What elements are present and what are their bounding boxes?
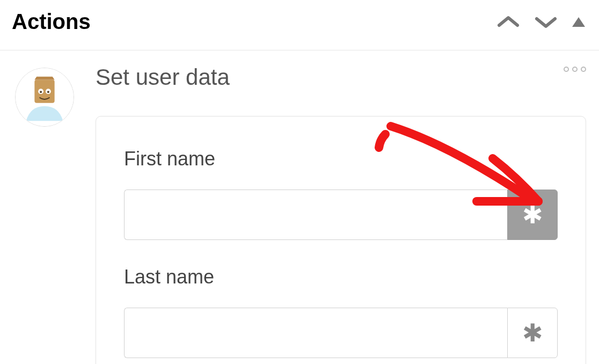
action-title: Set user data bbox=[96, 64, 230, 90]
dot-icon bbox=[581, 67, 586, 72]
collapse-button[interactable] bbox=[571, 16, 586, 28]
more-options-button[interactable] bbox=[564, 64, 586, 72]
move-down-button[interactable] bbox=[534, 14, 558, 30]
field-last-name: Last name ✱ bbox=[124, 266, 558, 358]
dot-icon bbox=[572, 67, 578, 72]
content: Set user data First name ✱ Last name bbox=[0, 50, 599, 364]
variable-picker-button[interactable]: ✱ bbox=[507, 308, 558, 358]
svg-point-6 bbox=[40, 91, 42, 93]
move-up-button[interactable] bbox=[496, 14, 521, 30]
field-first-name: First name ✱ bbox=[124, 148, 558, 240]
action-card: First name ✱ Last name ✱ bbox=[96, 116, 586, 364]
field-label: Last name bbox=[124, 266, 558, 288]
avatar[interactable] bbox=[15, 68, 74, 127]
page-title: Actions bbox=[12, 10, 91, 34]
input-row: ✱ bbox=[124, 308, 558, 358]
first-name-input[interactable] bbox=[124, 190, 507, 240]
svg-point-7 bbox=[47, 91, 49, 93]
avatar-image bbox=[16, 68, 74, 127]
nav-controls bbox=[496, 14, 586, 30]
dot-icon bbox=[564, 67, 569, 72]
header: Actions bbox=[0, 0, 599, 50]
svg-marker-0 bbox=[572, 17, 585, 27]
svg-marker-3 bbox=[34, 77, 54, 80]
field-label: First name bbox=[124, 148, 558, 170]
main-column: Set user data First name ✱ Last name bbox=[96, 64, 586, 364]
variable-picker-button[interactable]: ✱ bbox=[507, 190, 558, 240]
avatar-column bbox=[15, 64, 74, 364]
last-name-input[interactable] bbox=[124, 308, 507, 358]
input-row: ✱ bbox=[124, 190, 558, 240]
